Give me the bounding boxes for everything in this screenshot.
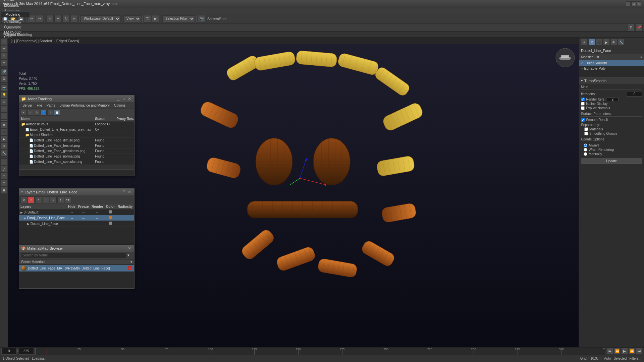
layer-move-down-btn[interactable]: ↓ bbox=[50, 196, 57, 203]
move-btn[interactable]: ✛ bbox=[54, 15, 62, 22]
asset-missing-btn[interactable]: ? bbox=[47, 110, 53, 116]
screenshot-btn[interactable]: 📷 bbox=[198, 15, 205, 22]
menu-item-create[interactable]: Create bbox=[1, 0, 30, 3]
link-btn[interactable]: 🔗 bbox=[1, 68, 7, 75]
mat-item[interactable]: Dotted_Line_Face_MAT (VRayMtl) [Dotted_L… bbox=[19, 265, 134, 272]
close-button[interactable]: ✕ bbox=[637, 1, 641, 6]
redo-btn[interactable]: ↪ bbox=[36, 15, 43, 22]
asset-refresh-btn[interactable]: ↻ bbox=[34, 110, 40, 116]
mode-tab-freeform[interactable]: Freeform bbox=[1, 17, 30, 24]
layer-row[interactable]: ▶ 0 (Default) -- -- -- bbox=[19, 209, 134, 215]
asset-menu-options[interactable]: Options bbox=[112, 103, 127, 108]
move-tool-btn[interactable]: ✛ bbox=[1, 45, 7, 52]
go-end-btn[interactable]: ⏭ bbox=[636, 348, 643, 355]
viewport[interactable]: [+] [Perspective] [Shaded + Edged Faces]… bbox=[8, 38, 579, 347]
geo-btn[interactable]: ○ bbox=[1, 99, 7, 105]
select-region-btn[interactable]: ⬚ bbox=[1, 38, 7, 45]
render-iters-checkbox[interactable] bbox=[581, 98, 585, 101]
display-btn[interactable]: 👁 bbox=[1, 143, 7, 149]
scale-btn[interactable]: ⇔ bbox=[70, 15, 78, 22]
asset-row[interactable]: 📄Dotted_Line_Face_normal.png Found bbox=[19, 154, 134, 159]
layer-panel-close[interactable]: ✕ bbox=[127, 189, 132, 195]
layer-move-up-btn[interactable]: ↑ bbox=[43, 196, 49, 203]
current-frame-input[interactable] bbox=[1, 348, 16, 355]
mat-search-input[interactable] bbox=[21, 253, 127, 258]
layer-settings-btn[interactable]: ⚙ bbox=[20, 196, 27, 203]
workspace-dropdown[interactable]: Workspace: Default bbox=[81, 15, 120, 22]
asset-row[interactable]: 📁Autodesk Vault Logged O... bbox=[19, 122, 134, 127]
view-dropdown[interactable]: View bbox=[123, 15, 141, 22]
asset-menu-server[interactable]: Server bbox=[20, 103, 34, 108]
layer-row[interactable]: ▶ Emoji_Dotted_Line_Face -- -- -- bbox=[19, 215, 134, 221]
mat-panel-close[interactable]: ✕ bbox=[127, 246, 132, 251]
layer-delete-btn[interactable]: ✕ bbox=[28, 196, 35, 203]
layer-select-btn[interactable]: ► bbox=[57, 196, 64, 203]
unlink-btn[interactable]: ⛓ bbox=[1, 75, 7, 82]
go-start-btn[interactable]: ⏮ bbox=[606, 348, 613, 355]
asset-locate-btn[interactable]: 🔵 bbox=[41, 110, 47, 116]
asset-remove-btn[interactable]: − bbox=[27, 110, 33, 116]
rp-modify-icon[interactable]: ⚒ bbox=[588, 39, 595, 46]
asset-row[interactable]: 📄Emoji_Dotted_Line_Face_max_vray.max Ok bbox=[19, 127, 134, 132]
render-setup-btn[interactable]: 🎬 bbox=[144, 15, 151, 22]
select-btn[interactable]: ⊹ bbox=[46, 15, 54, 22]
asset-menu-bitmap[interactable]: Bitmap Performance and Memory bbox=[57, 103, 112, 108]
poly-btn[interactable]: ⬡ bbox=[1, 180, 7, 187]
rotate-tool-btn[interactable]: ↻ bbox=[1, 52, 7, 59]
vertex-btn[interactable]: · bbox=[1, 159, 7, 166]
asset-row[interactable]: 📄Dotted_Line_Face_specular.png Found bbox=[19, 159, 134, 165]
asset-row[interactable]: 📄Dotted_Line_Face_diffuse.png Found bbox=[19, 138, 134, 143]
rp-display-icon[interactable]: 👁 bbox=[610, 39, 617, 46]
asset-panel-close[interactable]: ✕ bbox=[127, 96, 132, 102]
isoline-checkbox[interactable] bbox=[581, 102, 585, 106]
utilities-btn[interactable]: 🔧 bbox=[1, 150, 7, 157]
iterations-input[interactable] bbox=[627, 91, 642, 97]
always-radio[interactable] bbox=[584, 143, 587, 147]
layer-row[interactable]: ▶ Dotted_Line_Face -- -- -- bbox=[19, 221, 134, 227]
mode-pin-btn[interactable]: 📌 bbox=[635, 24, 643, 31]
layer-add-btn[interactable]: + bbox=[35, 196, 42, 203]
update-button[interactable]: Update bbox=[581, 158, 642, 164]
smooth-result-checkbox[interactable] bbox=[581, 118, 585, 122]
materials-checkbox[interactable] bbox=[584, 127, 588, 131]
asset-vault-btn[interactable]: 📋 bbox=[54, 110, 60, 116]
render-btn[interactable]: ▶ bbox=[152, 15, 159, 22]
motion-btn[interactable]: ▶ bbox=[1, 136, 7, 142]
layer-panel-help[interactable]: ? bbox=[121, 189, 126, 194]
asset-row[interactable]: 📁Maps / Shaders bbox=[19, 132, 134, 138]
rotate-btn[interactable]: ↻ bbox=[62, 15, 70, 22]
layer-add-selection-btn[interactable]: +► bbox=[65, 196, 71, 203]
smoothing-groups-checkbox[interactable] bbox=[584, 132, 588, 135]
manually-radio[interactable] bbox=[584, 152, 587, 156]
rp-hierarchy-icon[interactable]: ⬛ bbox=[596, 39, 602, 46]
border-btn[interactable]: □ bbox=[1, 173, 7, 180]
asset-scrollbar-h[interactable] bbox=[19, 165, 134, 169]
element-btn[interactable]: ⬢ bbox=[1, 187, 7, 194]
menu-item-modifiers[interactable]: Modifiers bbox=[1, 3, 30, 8]
total-frames-input[interactable] bbox=[19, 348, 34, 355]
prev-frame-btn[interactable]: ⏪ bbox=[614, 348, 621, 355]
rp-create-icon[interactable]: + bbox=[581, 39, 588, 46]
hierarchy-btn[interactable]: ⬛ bbox=[1, 129, 7, 135]
filter-dropdown[interactable]: Selection Filter bbox=[162, 15, 195, 22]
edge-btn[interactable]: ╱ bbox=[1, 166, 7, 173]
scale-tool-btn[interactable]: ⇔ bbox=[1, 59, 7, 66]
turbsmooth-rollout-header[interactable]: ▾ TurboSmooth bbox=[579, 77, 644, 84]
minimize-button[interactable]: – bbox=[626, 1, 631, 6]
asset-menu-paths[interactable]: Paths bbox=[45, 103, 57, 108]
play-btn[interactable]: ▶ bbox=[621, 348, 628, 355]
helpers-btn[interactable]: + bbox=[1, 106, 7, 112]
timeline-bar[interactable]: 0255075100125150175200225250275300325 bbox=[35, 348, 605, 355]
camera-btn[interactable]: 📷 bbox=[1, 84, 7, 91]
space-warp-btn[interactable]: ~ bbox=[1, 113, 7, 119]
explicit-checkbox[interactable] bbox=[581, 106, 585, 110]
next-frame-btn[interactable]: ⏩ bbox=[629, 348, 635, 355]
asset-add-btn[interactable]: + bbox=[20, 110, 26, 116]
render-iters-input[interactable] bbox=[607, 98, 619, 101]
light-btn[interactable]: 💡 bbox=[1, 92, 7, 98]
mode-settings-btn[interactable]: ⚙ bbox=[627, 24, 635, 31]
asset-search-input[interactable] bbox=[19, 169, 134, 176]
rp-modifier-epoly[interactable]: ○ Editable Poly bbox=[579, 66, 644, 71]
rp-motion-icon[interactable]: ▶ bbox=[603, 39, 610, 46]
asset-row[interactable]: 📄Dotted_Line_Face_fresnel.png Found bbox=[19, 143, 134, 148]
